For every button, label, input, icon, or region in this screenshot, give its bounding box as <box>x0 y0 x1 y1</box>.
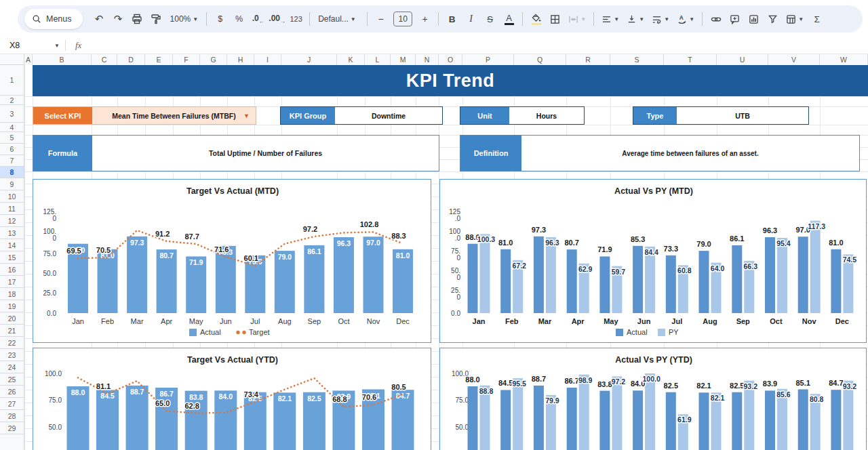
column-header-Q[interactable]: Q <box>514 54 566 66</box>
undo-button[interactable]: ↶ <box>90 10 108 28</box>
more-formats-button[interactable]: 123 <box>287 10 305 28</box>
insert-comment-button[interactable] <box>726 10 744 28</box>
paint-format-button[interactable] <box>147 10 165 28</box>
increase-font-size-button[interactable]: + <box>416 10 434 28</box>
vertical-align-button[interactable]: ▼ <box>623 10 648 28</box>
column-header-S[interactable]: S <box>610 54 664 66</box>
column-header-N[interactable]: N <box>416 54 439 66</box>
increase-decimal-button[interactable]: .00→ <box>268 10 286 28</box>
row-header-19[interactable]: 19 <box>0 300 24 312</box>
column-header-W[interactable]: W <box>820 54 868 66</box>
row-header-7[interactable]: 7 <box>0 155 24 167</box>
borders-button[interactable] <box>546 10 564 28</box>
column-header-U[interactable]: U <box>717 54 768 66</box>
definition-field[interactable]: Definition Average time between failures… <box>460 135 860 171</box>
spreadsheet-grid[interactable]: KPI Trend Select KPI Mean Time Between F… <box>24 65 868 450</box>
column-header-A[interactable]: A <box>24 54 33 66</box>
row-header-28[interactable]: 28 <box>0 410 24 422</box>
chart-target-vs-actual-mtd[interactable]: Target Vs Actual (MTD)125.0100.075.050.0… <box>33 179 431 343</box>
unit-field[interactable]: Unit Hours <box>460 106 585 125</box>
column-header-D[interactable]: D <box>117 54 145 66</box>
row-header-27[interactable]: 27 <box>0 398 24 410</box>
kpi-group-field[interactable]: KPI Group Downtime <box>280 106 443 125</box>
column-header-T[interactable]: T <box>664 54 717 66</box>
column-header-P[interactable]: P <box>462 54 514 66</box>
format-percent-button[interactable]: % <box>230 10 248 28</box>
column-header-R[interactable]: R <box>566 54 610 66</box>
decrease-font-size-button[interactable]: − <box>372 10 390 28</box>
column-header-O[interactable]: O <box>439 54 462 66</box>
row-header-4[interactable]: 4 <box>0 123 24 132</box>
insert-chart-button[interactable] <box>745 10 763 28</box>
column-header-E[interactable]: E <box>145 54 173 66</box>
chart-actual-vs-py-mtd[interactable]: Actual Vs PY (MTD)125.0100.075.050.025.0… <box>439 179 867 343</box>
row-header-13[interactable]: 13 <box>0 227 24 239</box>
chevron-down-icon: ▼ <box>639 16 644 22</box>
column-header-M[interactable]: M <box>391 54 416 66</box>
row-header-29[interactable]: 29 <box>0 422 24 434</box>
cell-reference-box[interactable]: X8 ▼ <box>0 41 65 50</box>
create-filter-button[interactable] <box>764 10 782 28</box>
row-header-17[interactable]: 17 <box>0 276 24 288</box>
row-header-16[interactable]: 16 <box>0 264 24 276</box>
horizontal-align-button[interactable]: ▼ <box>598 10 623 28</box>
chart-target-vs-actual-ytd[interactable]: Target Vs Actual (YTD)100.075.050.088.08… <box>33 348 431 450</box>
text-wrap-button[interactable]: ▼ <box>648 10 673 28</box>
column-header-F[interactable]: F <box>173 54 200 66</box>
bold-button[interactable]: B <box>443 10 461 28</box>
menus-button[interactable]: Menus <box>24 9 83 29</box>
row-header-20[interactable]: 20 <box>0 312 24 325</box>
decrease-decimal-button[interactable]: .0← <box>249 10 267 28</box>
row-header-15[interactable]: 15 <box>0 251 24 264</box>
insert-link-button[interactable] <box>707 10 725 28</box>
row-header-2[interactable]: 2 <box>0 96 24 105</box>
text-color-button[interactable]: A <box>500 10 518 28</box>
row-header-1[interactable]: 1 <box>0 65 24 96</box>
row-header-18[interactable]: 18 <box>0 288 24 300</box>
strikethrough-button[interactable]: S <box>481 10 499 28</box>
column-header-J[interactable]: J <box>281 54 337 66</box>
font-size-input[interactable]: 10 <box>393 12 412 26</box>
text-rotation-button[interactable]: A ▼ <box>673 10 698 28</box>
column-header-C[interactable]: C <box>92 54 117 66</box>
row-header-11[interactable]: 11 <box>0 203 24 215</box>
column-header-G[interactable]: G <box>200 54 227 66</box>
row-header-14[interactable]: 14 <box>0 239 24 251</box>
row-header-12[interactable]: 12 <box>0 215 24 227</box>
column-header-K[interactable]: K <box>337 54 365 66</box>
merge-cells-button[interactable]: ▼ <box>565 10 589 28</box>
column-header-V[interactable]: V <box>768 54 820 66</box>
italic-button[interactable]: I <box>462 10 480 28</box>
column-header-B[interactable]: B <box>33 54 92 66</box>
row-header-21[interactable]: 21 <box>0 325 24 337</box>
fill-color-button[interactable] <box>527 10 545 28</box>
svg-text:0: 0 <box>52 234 56 242</box>
font-family-select[interactable]: Defaul...▼ <box>314 10 363 28</box>
column-header-L[interactable]: L <box>365 54 391 66</box>
chart-actual-vs-py-ytd[interactable]: Actual Vs PY (YTD)100.075.050.088.088.88… <box>439 348 867 450</box>
format-currency-button[interactable]: $ <box>211 10 229 28</box>
row-header-8[interactable]: 8 <box>0 167 24 178</box>
print-button[interactable] <box>128 10 146 28</box>
row-header-26[interactable]: 26 <box>0 386 24 398</box>
row-header-6[interactable]: 6 <box>0 144 24 155</box>
formula-field[interactable]: Formula Total Uptime / Number of Failure… <box>33 135 439 171</box>
row-header-22[interactable]: 22 <box>0 337 24 349</box>
type-field[interactable]: Type UTB <box>633 106 809 125</box>
row-header-25[interactable]: 25 <box>0 373 24 386</box>
row-header-24[interactable]: 24 <box>0 361 24 373</box>
row-header-9[interactable]: 9 <box>0 178 24 190</box>
column-header-I[interactable]: I <box>254 54 281 66</box>
row-header-10[interactable]: 10 <box>0 190 24 203</box>
row-header-23[interactable]: 23 <box>0 349 24 361</box>
select-all-corner[interactable] <box>0 54 24 65</box>
functions-button[interactable]: Σ <box>808 10 826 28</box>
column-header-H[interactable]: H <box>227 54 254 66</box>
zoom-select[interactable]: 100%▼ <box>166 10 203 28</box>
select-kpi-dropdown[interactable]: Select KPI Mean Time Between Failures (M… <box>33 106 256 125</box>
redo-button[interactable]: ↷ <box>109 10 127 28</box>
table-views-button[interactable]: ▼ <box>783 10 807 28</box>
formula-input[interactable] <box>91 37 868 54</box>
row-header-5[interactable]: 5 <box>0 132 24 144</box>
row-header-3[interactable]: 3 <box>0 105 24 123</box>
